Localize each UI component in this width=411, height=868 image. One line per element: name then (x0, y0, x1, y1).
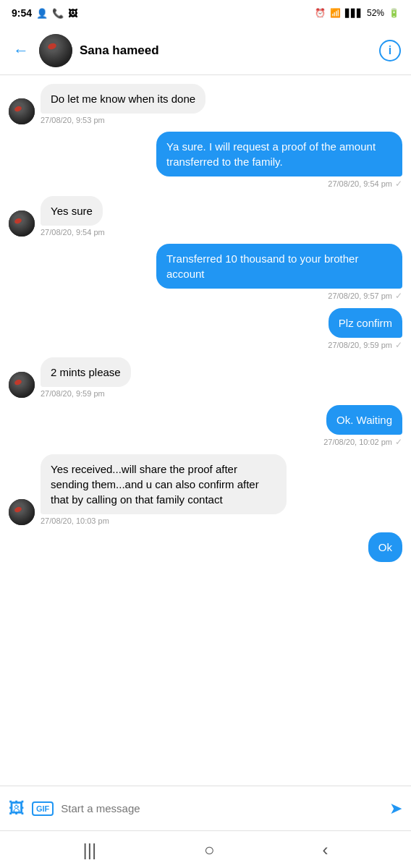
back-button[interactable]: ← (10, 38, 32, 63)
sent-message: Ok. Waiting (326, 405, 402, 435)
sent-message: Ok (368, 532, 402, 562)
person-icon: 👤 (36, 8, 48, 19)
message-avatar (9, 372, 35, 398)
received-message: Yes sure (41, 196, 103, 226)
battery-icon: 🔋 (389, 8, 399, 18)
gif-button[interactable]: GIF (32, 801, 54, 816)
message-timestamp: 27/08/20, 9:54 pm (41, 228, 105, 237)
message-row: Yes received...will share the proof afte… (9, 454, 402, 525)
chat-header: ← Sana hameed i (0, 26, 411, 75)
sent-message: Transferred 10 thousand to your brother … (156, 244, 402, 289)
message-avatar (9, 499, 35, 525)
message-timestamp: 27/08/20, 9:57 pm✓ (328, 291, 402, 301)
nav-back-icon[interactable]: ‹ (323, 840, 329, 860)
message-timestamp: 27/08/20, 9:59 pm (41, 389, 105, 398)
nav-home-icon[interactable]: ○ (204, 840, 215, 860)
bubble-wrap: Ok (368, 532, 402, 562)
message-timestamp: 27/08/20, 9:59 pm✓ (328, 340, 402, 350)
status-bar: 9:54 👤 📞 🖼 ⏰ 📶 ▋▋▋ 52% 🔋 (0, 0, 411, 26)
message-timestamp: 27/08/20, 9:54 pm✓ (328, 179, 402, 189)
message-timestamp: 27/08/20, 10:03 pm (41, 516, 109, 525)
bubble-wrap: Transferred 10 thousand to your brother … (156, 244, 402, 301)
bubble-wrap: Ok. Waiting27/08/20, 10:02 pm✓ (323, 405, 402, 447)
received-message: Do let me know when its done (41, 84, 206, 114)
message-row: 2 mints please27/08/20, 9:59 pm (9, 357, 402, 398)
bubble-wrap: Plz confirm27/08/20, 9:59 pm✓ (328, 308, 402, 350)
received-message: Yes received...will share the proof afte… (41, 454, 287, 514)
bubble-wrap: 2 mints please27/08/20, 9:59 pm (41, 357, 131, 398)
received-message: 2 mints please (41, 357, 131, 387)
message-row: Transferred 10 thousand to your brother … (9, 244, 402, 301)
message-row: Yes sure27/08/20, 9:54 pm (9, 196, 402, 237)
message-timestamp: 27/08/20, 10:02 pm✓ (323, 437, 402, 447)
bubble-wrap: Do let me know when its done27/08/20, 9:… (41, 84, 206, 124)
message-row: Ok. Waiting27/08/20, 10:02 pm✓ (9, 405, 402, 447)
battery-label: 52% (367, 8, 384, 18)
sent-message: Ya sure. I will request a proof of the a… (156, 132, 402, 176)
input-bar: 🖼 GIF ➤ (0, 786, 411, 830)
image-icon: 🖼 (68, 8, 77, 19)
message-row: Ya sure. I will request a proof of the a… (9, 132, 402, 189)
navigation-bar: ||| ○ ‹ (0, 830, 411, 868)
contact-avatar[interactable] (39, 34, 72, 67)
message-avatar (9, 98, 35, 124)
bubble-wrap: Yes received...will share the proof afte… (41, 454, 287, 525)
message-timestamp: 27/08/20, 9:53 pm (41, 116, 105, 124)
sent-message: Plz confirm (329, 308, 402, 338)
info-button[interactable]: i (379, 40, 401, 61)
signal-icon: ▋▋▋ (345, 9, 363, 18)
alarm-icon: ⏰ (315, 8, 326, 18)
send-button[interactable]: ➤ (389, 799, 402, 818)
bubble-wrap: Ya sure. I will request a proof of the a… (156, 132, 402, 189)
phone-icon: 📞 (52, 8, 64, 19)
messages-area: Do let me know when its done27/08/20, 9:… (0, 75, 411, 786)
contact-name: Sana hameed (80, 43, 372, 58)
message-row: Do let me know when its done27/08/20, 9:… (9, 84, 402, 124)
message-row: Plz confirm27/08/20, 9:59 pm✓ (9, 308, 402, 350)
wifi-icon: 📶 (330, 8, 341, 18)
nav-recents-icon[interactable]: ||| (82, 840, 96, 860)
status-time: 9:54 👤 📞 🖼 (12, 7, 77, 19)
bubble-wrap: Yes sure27/08/20, 9:54 pm (41, 196, 105, 237)
message-avatar (9, 210, 35, 237)
status-indicators: ⏰ 📶 ▋▋▋ 52% 🔋 (315, 8, 399, 18)
message-input[interactable] (61, 802, 382, 814)
message-row: Ok (9, 532, 402, 562)
image-attach-icon[interactable]: 🖼 (9, 799, 25, 818)
